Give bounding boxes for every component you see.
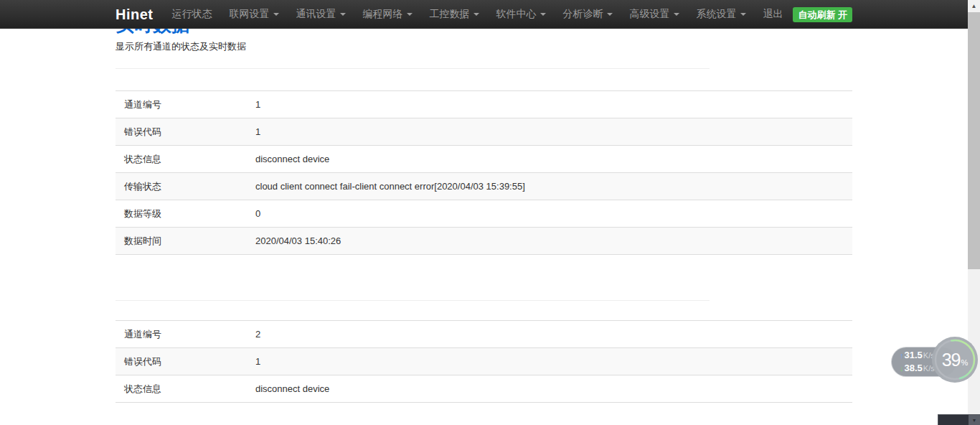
nav-menu-item[interactable]: 通讯设置 <box>288 0 354 29</box>
download-arrow-icon: ↓ <box>900 364 904 373</box>
table-row: 错误代码 1 <box>116 348 852 375</box>
row-value: 1 <box>247 91 852 118</box>
corner-popup-panel[interactable]: ▼ <box>938 414 980 425</box>
row-value: 1 <box>247 348 852 375</box>
row-value: disconnect device <box>247 375 852 403</box>
table-row: 状态信息 disconnect device <box>116 146 852 173</box>
navbar-inner: Hinet 运行状态 联网设置 <box>116 0 852 29</box>
row-label: 状态信息 <box>116 146 247 173</box>
scrollbar-up-arrow-icon[interactable]: ▲ <box>968 0 980 12</box>
row-value: 2 <box>247 321 852 348</box>
auto-refresh-toggle-badge[interactable]: 自动刷新 开 <box>793 7 852 22</box>
row-label: 通道编号 <box>116 321 247 348</box>
navbar: Hinet 运行状态 联网设置 <box>0 0 980 29</box>
page-subtitle: 显示所有通道的状态及实时数据 <box>116 41 852 52</box>
table-row: 通道编号 2 <box>116 321 852 348</box>
nav-menu-link[interactable]: 软件中心 <box>488 0 555 29</box>
table-row: 数据时间 2020/04/03 15:40:26 <box>116 228 852 255</box>
nav-menu: 运行状态 联网设置 通讯设置 <box>164 0 792 29</box>
channel-1-table: 通道编号 1 错误代码 1 状态信息 disconnect device 传输状… <box>116 90 852 255</box>
nav-menu-item[interactable]: 联网设置 <box>221 0 288 29</box>
table-row: 通道编号 1 <box>116 91 852 118</box>
chevron-down-icon <box>340 13 346 16</box>
nav-menu-item[interactable]: 编程网络 <box>354 0 421 29</box>
divider <box>116 300 710 301</box>
divider <box>116 68 710 69</box>
nav-menu-item[interactable]: 软件中心 <box>488 0 555 29</box>
row-label: 数据等级 <box>116 200 247 228</box>
percent-value: 39 <box>942 350 961 370</box>
progress-percent-badge[interactable]: 39 % <box>932 337 978 383</box>
corner-dropdown-arrow-icon[interactable]: ▼ <box>969 415 980 425</box>
nav-menu-item[interactable]: 高级设置 <box>621 0 688 29</box>
nav-menu-item[interactable]: 工控数据 <box>421 0 488 29</box>
nav-menu-item[interactable]: 运行状态 <box>164 0 221 29</box>
row-value: 1 <box>247 118 852 146</box>
upload-arrow-icon: ↑ <box>900 351 904 360</box>
row-value: 2020/04/03 15:40:26 <box>247 228 852 255</box>
row-value: 0 <box>247 200 852 228</box>
chevron-down-icon <box>407 13 413 16</box>
percent-symbol: % <box>961 358 969 367</box>
chevron-down-icon <box>674 13 679 16</box>
nav-menu-link[interactable]: 编程网络 <box>354 0 421 29</box>
nav-menu-link[interactable]: 工控数据 <box>421 0 488 29</box>
table-row: 传输状态 cloud client connect fail-client co… <box>116 173 852 200</box>
download-speed-value: 38.5 <box>905 363 923 373</box>
scrollbar-thumb[interactable] <box>968 12 980 269</box>
nav-menu-link[interactable]: 退出 <box>755 0 792 29</box>
table-row: 数据等级 0 <box>116 200 852 228</box>
nav-menu-link[interactable]: 高级设置 <box>621 0 688 29</box>
nav-menu-link[interactable]: 通讯设置 <box>288 0 354 29</box>
main-content: 实时数据 显示所有通道的状态及实时数据 通道编号 1 错误代码 1 状态信息 d… <box>116 0 852 403</box>
table-row: 错误代码 1 <box>116 118 852 146</box>
chevron-down-icon <box>540 13 546 16</box>
row-label: 错误代码 <box>116 118 247 146</box>
row-value: disconnect device <box>247 146 852 173</box>
nav-menu-link[interactable]: 联网设置 <box>221 0 288 29</box>
row-label: 通道编号 <box>116 91 247 118</box>
chevron-down-icon <box>740 13 746 16</box>
chevron-down-icon <box>473 13 479 16</box>
nav-menu-link[interactable]: 系统设置 <box>688 0 755 29</box>
nav-menu-item[interactable]: 系统设置 <box>688 0 755 29</box>
nav-menu-item[interactable]: 分析诊断 <box>555 0 621 29</box>
brand-logo[interactable]: Hinet <box>116 0 154 29</box>
chevron-down-icon <box>273 13 279 16</box>
nav-menu-link[interactable]: 运行状态 <box>164 0 221 29</box>
row-label: 状态信息 <box>116 375 247 403</box>
table-row: 状态信息 disconnect device <box>116 375 852 403</box>
row-label: 传输状态 <box>116 173 247 200</box>
progress-percent-text: 39 % <box>932 337 978 383</box>
chevron-down-icon <box>607 13 613 16</box>
row-label: 错误代码 <box>116 348 247 375</box>
upload-speed-value: 31.5 <box>905 350 923 360</box>
nav-menu-link[interactable]: 分析诊断 <box>555 0 621 29</box>
nav-menu-item[interactable]: 退出 <box>755 0 792 29</box>
row-value: cloud client connect fail-client connect… <box>247 173 852 200</box>
row-label: 数据时间 <box>116 228 247 255</box>
channel-2-table: 通道编号 2 错误代码 1 状态信息 disconnect device <box>116 320 852 403</box>
